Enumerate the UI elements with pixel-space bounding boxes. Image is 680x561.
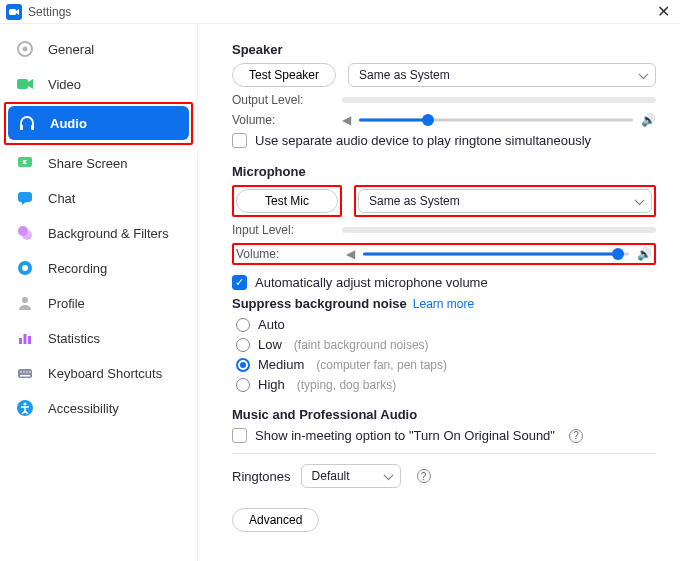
suppress-medium-label: Medium: [258, 357, 304, 372]
sidebar-label: Recording: [48, 261, 107, 276]
sidebar-item-keyboard-shortcuts[interactable]: Keyboard Shortcuts: [6, 356, 191, 390]
sidebar-item-video[interactable]: Video: [6, 67, 191, 101]
svg-rect-16: [28, 336, 31, 344]
suppress-low-label: Low: [258, 337, 282, 352]
profile-icon: [16, 294, 34, 312]
suppress-medium-hint: (computer fan, pen taps): [316, 358, 447, 372]
radio-icon: [236, 318, 250, 332]
svg-rect-17: [18, 369, 32, 378]
mic-device-select[interactable]: Same as System: [358, 189, 652, 213]
original-sound-checkbox[interactable]: [232, 428, 247, 443]
mic-volume-slider[interactable]: [363, 247, 629, 261]
suppress-auto-label: Auto: [258, 317, 285, 332]
highlight-test-mic: Test Mic: [232, 185, 342, 217]
sidebar-item-share-screen[interactable]: Share Screen: [6, 146, 191, 180]
svg-point-12: [22, 265, 28, 271]
mic-input-level: [342, 227, 656, 233]
radio-icon: [236, 378, 250, 392]
svg-point-19: [20, 371, 22, 373]
svg-rect-6: [31, 125, 34, 130]
ringtones-value: Default: [312, 469, 350, 483]
volume-low-icon: ◀: [346, 247, 355, 261]
advanced-button[interactable]: Advanced: [232, 508, 319, 532]
sidebar-label: Keyboard Shortcuts: [48, 366, 162, 381]
suppress-option-low[interactable]: Low (faint background noises): [236, 337, 656, 352]
microphone-heading: Microphone: [232, 164, 656, 179]
highlight-mic-device: Same as System: [354, 185, 656, 217]
accessibility-icon: [16, 399, 34, 417]
speaker-device-value: Same as System: [359, 68, 450, 82]
sidebar-item-accessibility[interactable]: Accessibility: [6, 391, 191, 425]
app-logo: [6, 4, 22, 20]
volume-high-icon: 🔊: [637, 247, 652, 261]
share-screen-icon: [16, 154, 34, 172]
help-icon[interactable]: ?: [417, 469, 431, 483]
svg-rect-15: [24, 334, 27, 344]
sidebar-item-chat[interactable]: Chat: [6, 181, 191, 215]
suppress-low-hint: (faint background noises): [294, 338, 429, 352]
gear-icon: [16, 40, 34, 58]
sidebar-label: Chat: [48, 191, 75, 206]
speaker-device-select[interactable]: Same as System: [348, 63, 656, 87]
sidebar-item-recording[interactable]: Recording: [6, 251, 191, 285]
svg-rect-5: [20, 125, 23, 130]
sidebar-label: Statistics: [48, 331, 100, 346]
suppress-option-medium[interactable]: Medium (computer fan, pen taps): [236, 357, 656, 372]
sidebar-label: General: [48, 42, 94, 57]
titlebar: Settings ✕: [0, 0, 680, 24]
sidebar-item-audio[interactable]: Audio: [8, 106, 189, 140]
sidebar-item-general[interactable]: General: [6, 32, 191, 66]
suppress-heading: Suppress background noise: [232, 296, 407, 311]
svg-rect-4: [17, 79, 28, 89]
speaker-output-level: [342, 97, 656, 103]
sidebar-label: Profile: [48, 296, 85, 311]
separate-ringtone-checkbox[interactable]: [232, 133, 247, 148]
radio-icon: [236, 358, 250, 372]
speaker-volume-label: Volume:: [232, 113, 342, 127]
suppress-option-high[interactable]: High (typing, dog barks): [236, 377, 656, 392]
suppress-option-auto[interactable]: Auto: [236, 317, 656, 332]
highlight-sidebar-audio: Audio: [4, 102, 193, 145]
sidebar-item-statistics[interactable]: Statistics: [6, 321, 191, 355]
ringtones-label: Ringtones: [232, 469, 291, 484]
sidebar-label: Background & Filters: [48, 226, 169, 241]
input-level-label: Input Level:: [232, 223, 342, 237]
suppress-high-hint: (typing, dog barks): [297, 378, 396, 392]
original-sound-label: Show in-meeting option to "Turn On Origi…: [255, 428, 555, 443]
sidebar-item-background-filters[interactable]: Background & Filters: [6, 216, 191, 250]
svg-point-22: [29, 371, 31, 373]
music-heading: Music and Professional Audio: [232, 407, 656, 422]
volume-high-icon: 🔊: [641, 113, 656, 127]
svg-rect-18: [20, 375, 30, 377]
window-title: Settings: [28, 5, 71, 19]
svg-rect-8: [18, 192, 32, 202]
auto-adjust-mic-checkbox[interactable]: [232, 275, 247, 290]
statistics-icon: [16, 329, 34, 347]
mic-volume-label: Volume:: [236, 247, 346, 261]
svg-rect-1: [9, 9, 16, 15]
sidebar-item-profile[interactable]: Profile: [6, 286, 191, 320]
output-level-label: Output Level:: [232, 93, 342, 107]
mic-device-value: Same as System: [369, 194, 460, 208]
svg-point-3: [23, 47, 28, 52]
svg-point-13: [22, 297, 28, 303]
learn-more-link[interactable]: Learn more: [413, 297, 474, 311]
ringtones-select[interactable]: Default: [301, 464, 401, 488]
close-icon[interactable]: ✕: [653, 2, 674, 21]
recording-icon: [16, 259, 34, 277]
svg-rect-14: [19, 338, 22, 344]
filters-icon: [16, 224, 34, 242]
svg-point-10: [22, 230, 32, 240]
test-speaker-button[interactable]: Test Speaker: [232, 63, 336, 87]
svg-point-24: [24, 403, 27, 406]
sidebar-label: Accessibility: [48, 401, 119, 416]
auto-adjust-mic-label: Automatically adjust microphone volume: [255, 275, 488, 290]
svg-point-21: [26, 371, 28, 373]
video-icon: [16, 75, 34, 93]
highlight-mic-volume: Volume: ◀ 🔊: [232, 243, 656, 265]
speaker-volume-slider[interactable]: [359, 113, 633, 127]
divider: [232, 453, 656, 454]
test-mic-button[interactable]: Test Mic: [236, 189, 338, 213]
help-icon[interactable]: ?: [569, 429, 583, 443]
sidebar-label: Audio: [50, 116, 87, 131]
